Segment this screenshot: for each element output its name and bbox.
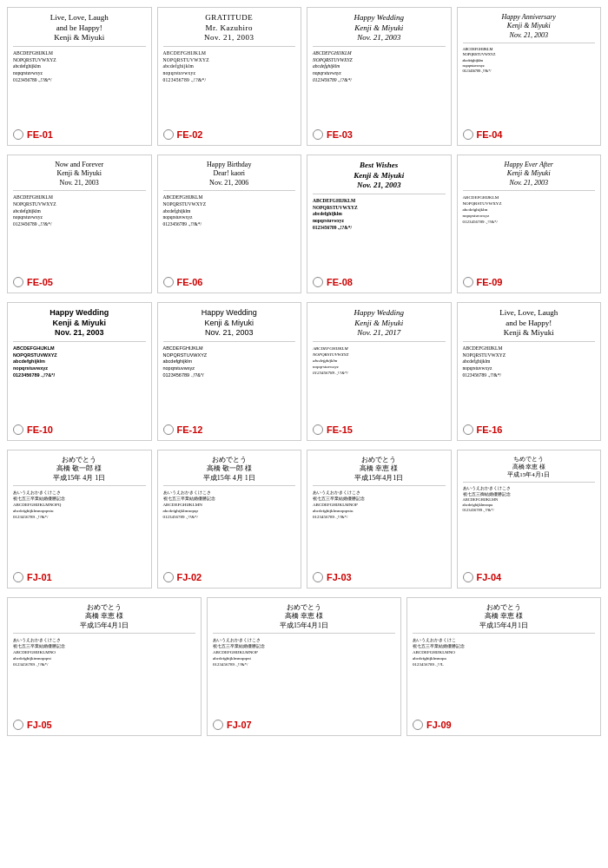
card-title-fe-08: Best Wishes Kenji & Miyuki Nov. 21, 2003 bbox=[313, 161, 446, 194]
card-title-fj-09: おめでとう 高橋 幸恵 様 平成15年4月1日 bbox=[413, 603, 595, 634]
card-title-fe-15: Happy Wedding Kenji & Miyuki Nov. 21, 20… bbox=[313, 308, 446, 342]
card-alphabet-fj-01: あいうえおかきくけこさ 祝七五三卒業結婚優勝記念 ABCDEFGHIJKLMNO… bbox=[13, 490, 146, 520]
radio-fj-01[interactable] bbox=[13, 572, 23, 582]
card-fe-02: GRATITUDE Mr. Kazuhiro Nov. 21, 2003ABCD… bbox=[157, 7, 302, 146]
card-title-fe-10: Happy Wedding Kenji & Miyuki Nov. 21, 20… bbox=[13, 308, 146, 342]
app-container: Live, Love, Laugh and be Happy! Kenji & … bbox=[7, 7, 601, 736]
card-fe-03: Happy Wedding Kenji & Miyuki Nov. 21, 20… bbox=[307, 7, 452, 146]
card-alphabet-fj-02: あいうえおかきくけこさ 祝七五三卒業結婚優勝記念 ABCDEFGHIJKLMN … bbox=[163, 490, 296, 520]
card-id-label-fj-07: FJ-07 bbox=[227, 720, 252, 730]
radio-fe-10[interactable] bbox=[13, 424, 23, 435]
card-footer-fj-05: FJ-05 bbox=[13, 716, 52, 730]
card-fj-05: おめでとう 高橋 幸恵 様 平成15年4月1日あいうえおかきくけこさ 祝七五三卒… bbox=[7, 597, 202, 736]
card-footer-fe-06: FE-06 bbox=[163, 273, 203, 287]
card-title-fe-16: Live, Love, Laugh and be Happy! Kenji & … bbox=[463, 308, 596, 342]
card-fe-01: Live, Love, Laugh and be Happy! Kenji & … bbox=[7, 7, 152, 146]
radio-fe-09[interactable] bbox=[463, 277, 473, 287]
card-alphabet-fe-15: ABCDEFGHIJKLM NOPQRSTUVWXYZ abcdefghijkl… bbox=[313, 345, 446, 376]
radio-fe-01[interactable] bbox=[13, 129, 23, 140]
radio-fj-05[interactable] bbox=[13, 720, 23, 730]
radio-fe-05[interactable] bbox=[13, 277, 23, 287]
card-alphabet-fe-08: ABCDEFGHIJKLM NOPQRSTUVWXYZ abcdefghijkl… bbox=[313, 198, 446, 231]
card-alphabet-fe-04: ABCDEFGHIJKLM NOPQRSTUVWXYZ abcdefghijkl… bbox=[463, 47, 596, 74]
card-fj-04: ちめでとう 高橋 幸恵 様 平成15年4月1日あいうえおかきくけこさ 祝七五三御… bbox=[457, 450, 602, 589]
card-fe-09: Happy Ever After Kenji & Miyuki Nov. 21,… bbox=[457, 155, 602, 293]
card-fe-16: Live, Love, Laugh and be Happy! Kenji & … bbox=[457, 302, 602, 441]
card-footer-fe-15: FE-15 bbox=[313, 421, 353, 435]
card-title-fe-06: Happy Birthday Dear! kaori Nov. 21, 2006 bbox=[163, 161, 296, 191]
card-footer-fe-08: FE-08 bbox=[313, 273, 353, 287]
card-id-label-fe-08: FE-08 bbox=[327, 277, 353, 287]
radio-fj-07[interactable] bbox=[213, 720, 223, 730]
card-title-fe-03: Happy Wedding Kenji & Miyuki Nov. 21, 20… bbox=[313, 13, 446, 47]
card-footer-fe-05: FE-05 bbox=[13, 273, 53, 287]
card-footer-fj-03: FJ-03 bbox=[313, 569, 352, 582]
card-id-label-fe-04: FE-04 bbox=[477, 129, 503, 140]
card-title-fj-01: おめでとう 高橋 敬一郎 様 平成15年 4月 1日 bbox=[13, 456, 146, 486]
card-footer-fe-16: FE-16 bbox=[463, 421, 503, 435]
radio-fe-15[interactable] bbox=[313, 424, 323, 435]
radio-fe-02[interactable] bbox=[163, 129, 174, 140]
card-id-label-fe-03: FE-03 bbox=[327, 129, 353, 140]
card-footer-fj-09: FJ-09 bbox=[413, 716, 452, 730]
card-footer-fe-03: FE-03 bbox=[313, 126, 353, 140]
card-fe-04: Happy Anniversary Kenji & Miyuki Nov. 21… bbox=[457, 7, 602, 146]
card-id-label-fj-05: FJ-05 bbox=[27, 720, 52, 730]
radio-fe-08[interactable] bbox=[313, 277, 323, 287]
card-id-label-fj-04: FJ-04 bbox=[477, 572, 502, 582]
card-footer-fj-01: FJ-01 bbox=[13, 569, 52, 582]
radio-fj-09[interactable] bbox=[413, 720, 423, 730]
radio-fe-12[interactable] bbox=[163, 424, 174, 435]
card-alphabet-fj-09: あいうえおかきくけこ 祝七五三卒業結婚優勝記念 ABCDEFGHIJKLMNO … bbox=[413, 637, 595, 667]
grid-row4: おめでとう 高橋 敬一郎 様 平成15年 4月 1日あいうえおかきくけこさ 祝七… bbox=[7, 450, 601, 589]
section-row5: おめでとう 高橋 幸恵 様 平成15年4月1日あいうえおかきくけこさ 祝七五三卒… bbox=[7, 597, 601, 736]
card-fj-01: おめでとう 高橋 敬一郎 様 平成15年 4月 1日あいうえおかきくけこさ 祝七… bbox=[7, 450, 152, 589]
card-footer-fj-02: FJ-02 bbox=[163, 569, 202, 582]
card-alphabet-fj-07: あいうえおかきくけこさ 祝七五三卒業結婚優勝記念 ABCDEFGHIJKLMNO… bbox=[213, 637, 395, 667]
card-title-fe-02: GRATITUDE Mr. Kazuhiro Nov. 21, 2003 bbox=[163, 13, 296, 47]
card-id-label-fe-16: FE-16 bbox=[477, 424, 503, 435]
grid-row1: Live, Love, Laugh and be Happy! Kenji & … bbox=[7, 7, 601, 146]
card-fe-10: Happy Wedding Kenji & Miyuki Nov. 21, 20… bbox=[7, 302, 152, 441]
card-id-label-fj-03: FJ-03 bbox=[327, 572, 352, 582]
card-fj-07: おめでとう 高橋 幸恵 様 平成15年4月1日あいうえおかきくけこさ 祝七五三卒… bbox=[207, 597, 401, 736]
card-title-fj-02: おめでとう 高橋 敬一郎 様 平成15年 4月 1日 bbox=[163, 456, 296, 486]
card-title-fe-12: Happy Wedding Kenji & Miyuki Nov. 21, 20… bbox=[163, 308, 296, 342]
radio-fj-02[interactable] bbox=[163, 572, 174, 582]
card-id-label-fj-02: FJ-02 bbox=[177, 572, 202, 582]
card-footer-fj-04: FJ-04 bbox=[463, 569, 502, 582]
card-id-label-fe-05: FE-05 bbox=[27, 277, 53, 287]
grid-row3: Happy Wedding Kenji & Miyuki Nov. 21, 20… bbox=[7, 302, 601, 441]
radio-fe-03[interactable] bbox=[313, 129, 323, 140]
radio-fj-04[interactable] bbox=[463, 572, 473, 582]
card-id-label-fe-10: FE-10 bbox=[27, 424, 53, 435]
card-id-label-fe-15: FE-15 bbox=[327, 424, 353, 435]
card-footer-fe-10: FE-10 bbox=[13, 421, 53, 435]
section-row2: Now and Forever Kenji & Miyuki Nov. 21, … bbox=[7, 155, 601, 293]
card-alphabet-fe-02: ABCDEFGHIJKLM NOPQRSTUVWXYZ abcdefghijkl… bbox=[163, 50, 296, 83]
card-id-label-fj-09: FJ-09 bbox=[426, 720, 452, 730]
card-fj-03: おめでとう 高橋 幸恵 様 平成15年4月1日あいうえおかきくけこさ 祝七五三卒… bbox=[307, 450, 452, 589]
card-alphabet-fe-05: ABCDEFGHIJKLM NOPQRSTUVWXYZ abcdefghijkl… bbox=[13, 194, 146, 227]
radio-fj-03[interactable] bbox=[313, 572, 323, 582]
card-title-fe-04: Happy Anniversary Kenji & Miyuki Nov. 21… bbox=[463, 13, 596, 43]
radio-fe-04[interactable] bbox=[463, 129, 473, 140]
card-fe-06: Happy Birthday Dear! kaori Nov. 21, 2006… bbox=[157, 155, 302, 293]
radio-fe-06[interactable] bbox=[163, 277, 174, 287]
card-fj-02: おめでとう 高橋 敬一郎 様 平成15年 4月 1日あいうえおかきくけこさ 祝七… bbox=[157, 450, 302, 589]
card-alphabet-fe-12: ABCDEFGHIJKLM NOPQRSTUVWXYZ abcdefghijkl… bbox=[163, 345, 296, 378]
card-alphabet-fe-10: ABCDEFGHIJKLM NOPQRSTUVWXYZ abcdefghijkl… bbox=[13, 345, 146, 378]
card-alphabet-fe-01: ABCDEFGHIJKLM NOPQRSTUVWXYZ abcdefghijkl… bbox=[13, 50, 146, 83]
card-footer-fe-12: FE-12 bbox=[163, 421, 203, 435]
section-row4: おめでとう 高橋 敬一郎 様 平成15年 4月 1日あいうえおかきくけこさ 祝七… bbox=[7, 450, 601, 589]
card-title-fj-04: ちめでとう 高橋 幸恵 様 平成15年4月1日 bbox=[463, 456, 596, 483]
card-title-fe-05: Now and Forever Kenji & Miyuki Nov. 21, … bbox=[13, 161, 146, 191]
card-fe-15: Happy Wedding Kenji & Miyuki Nov. 21, 20… bbox=[307, 302, 452, 441]
card-fe-12: Happy Wedding Kenji & Miyuki Nov. 21, 20… bbox=[157, 302, 302, 441]
card-title-fj-07: おめでとう 高橋 幸恵 様 平成15年4月1日 bbox=[213, 603, 395, 634]
card-fe-08: Best Wishes Kenji & Miyuki Nov. 21, 2003… bbox=[307, 155, 452, 293]
radio-fe-16[interactable] bbox=[463, 424, 473, 435]
card-alphabet-fe-16: ABCDEFGHIJKLM NOPQRSTUVWXYZ abcdefghijkl… bbox=[463, 345, 596, 378]
card-alphabet-fe-03: ABCDEFGHIJKLM NOPQRSTUVWXYZ abcdefghijkl… bbox=[313, 50, 446, 83]
card-footer-fj-07: FJ-07 bbox=[213, 716, 252, 730]
